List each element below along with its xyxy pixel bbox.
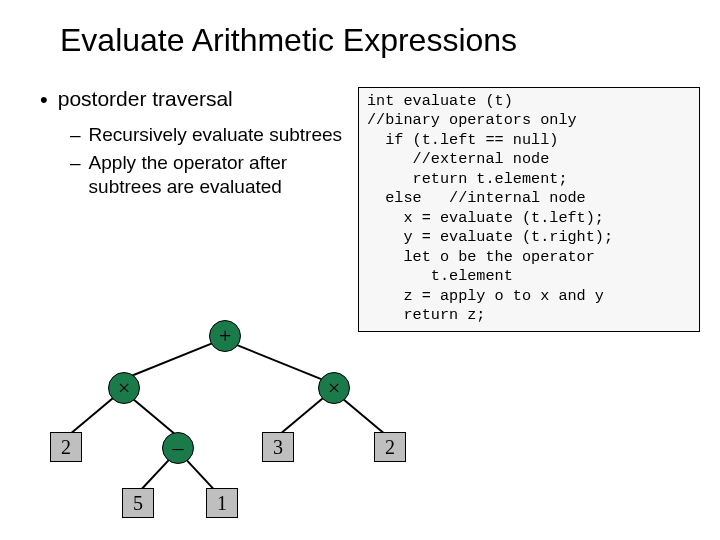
sub-bullet-1: – Recursively evaluate subtrees xyxy=(70,123,350,147)
bullet-dot-icon: • xyxy=(40,87,48,113)
sub-bullet-list: – Recursively evaluate subtrees – Apply … xyxy=(70,123,350,198)
dash-icon: – xyxy=(70,123,81,147)
bullet-main: • postorder traversal xyxy=(40,87,350,113)
content-row: • postorder traversal – Recursively eval… xyxy=(0,59,720,332)
tree-leaf-3: 3 xyxy=(262,432,294,462)
pseudocode-box: int evaluate (t) //binary operators only… xyxy=(358,87,700,332)
tree-node-minus: – xyxy=(162,432,194,464)
sub-bullet-2-text: Apply the operator after subtrees are ev… xyxy=(89,151,350,199)
slide-title: Evaluate Arithmetic Expressions xyxy=(0,0,720,59)
tree-node-times-right: × xyxy=(318,372,350,404)
tree-node-times-left: × xyxy=(108,372,140,404)
sub-bullet-2: – Apply the operator after subtrees are … xyxy=(70,151,350,199)
tree-leaf-2b: 2 xyxy=(374,432,406,462)
tree-node-root-plus: + xyxy=(209,320,241,352)
sub-bullet-1-text: Recursively evaluate subtrees xyxy=(89,123,342,147)
expression-tree: + × × 2 – 3 2 5 1 xyxy=(44,320,404,530)
tree-leaf-1: 1 xyxy=(206,488,238,518)
bullet-text: postorder traversal xyxy=(58,87,233,113)
tree-leaf-2a: 2 xyxy=(50,432,82,462)
bullet-column: • postorder traversal – Recursively eval… xyxy=(40,87,350,332)
dash-icon: – xyxy=(70,151,81,199)
tree-leaf-5: 5 xyxy=(122,488,154,518)
